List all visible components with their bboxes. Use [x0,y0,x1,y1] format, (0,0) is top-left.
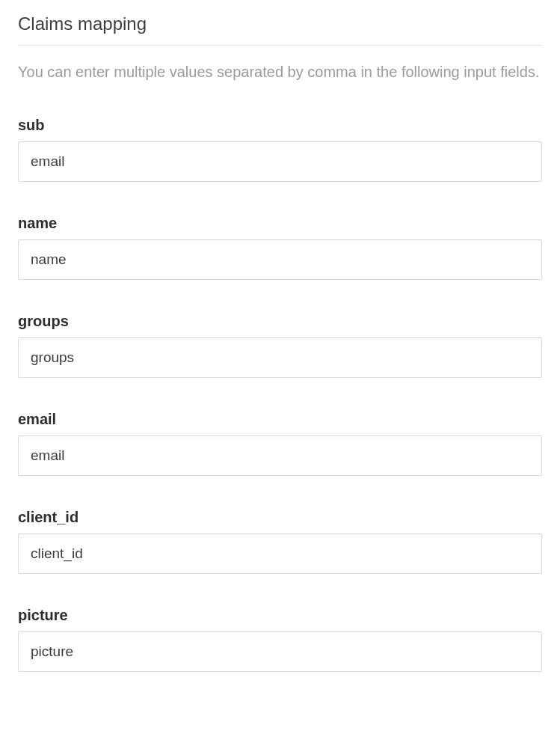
field-label-groups: groups [18,313,542,330]
helper-text: You can enter multiple values separated … [18,61,542,84]
field-label-email: email [18,411,542,428]
field-picture: picture [18,607,542,672]
input-client-id[interactable] [18,533,542,574]
input-email[interactable] [18,435,542,476]
input-name[interactable] [18,239,542,280]
field-email: email [18,411,542,476]
field-label-sub: sub [18,117,542,134]
field-name: name [18,215,542,280]
field-label-client-id: client_id [18,509,542,526]
field-label-name: name [18,215,542,232]
input-sub[interactable] [18,141,542,182]
input-picture[interactable] [18,631,542,672]
field-sub: sub [18,117,542,182]
field-groups: groups [18,313,542,378]
section-title: Claims mapping [18,13,542,46]
field-label-picture: picture [18,607,542,624]
input-groups[interactable] [18,337,542,378]
field-client-id: client_id [18,509,542,574]
